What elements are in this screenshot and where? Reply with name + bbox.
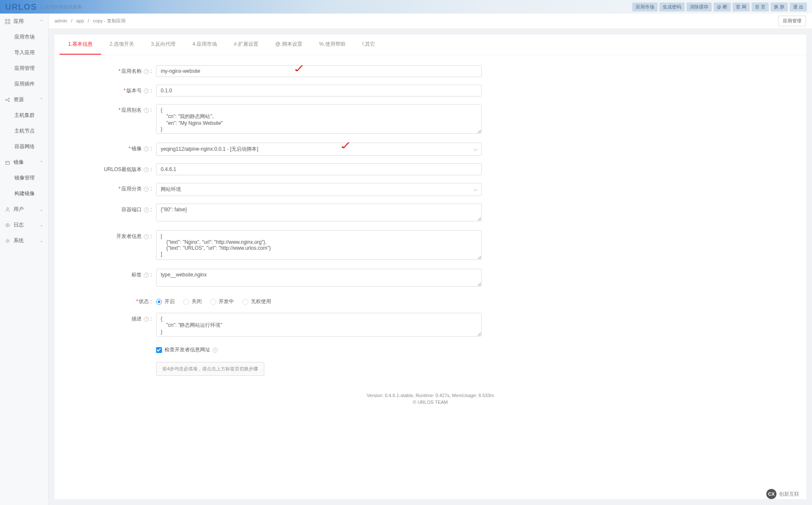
sidebar-label: 系统: [14, 237, 24, 244]
watermark-logo-icon: CX: [766, 489, 776, 499]
sidebar-label: 用户: [14, 206, 24, 213]
tab-reverse-proxy[interactable]: 3.反向代理: [143, 35, 184, 55]
svg-rect-1: [8, 19, 10, 21]
input-version[interactable]: [156, 85, 482, 97]
svg-rect-3: [8, 22, 10, 24]
help-icon[interactable]: ?: [144, 167, 149, 172]
help-icon[interactable]: ?: [144, 273, 149, 278]
check-annotation-icon: ✓: [338, 139, 354, 152]
tab-extension[interactable]: #.扩展设置: [225, 35, 267, 55]
check-annotation-icon: ✓: [292, 62, 307, 75]
checkbox-check-developer-url[interactable]: 检查开发者信息网址 ?: [156, 346, 789, 353]
checkbox-icon: [156, 347, 162, 353]
textarea-tags[interactable]: type__website,nginx: [156, 269, 482, 287]
breadcrumb-admin[interactable]: admin: [55, 18, 67, 23]
checkbox-label: 检查开发者信息网址: [165, 346, 210, 353]
textarea-developer[interactable]: [ {"text": "Nginx", "url": "http://www.n…: [156, 230, 482, 260]
sidebar-item-container-net[interactable]: 容器网络: [0, 139, 48, 155]
help-icon[interactable]: ?: [144, 234, 149, 239]
sidebar-item-app-manage[interactable]: 应用管理: [0, 61, 48, 76]
svg-line-7: [7, 99, 8, 99]
breadcrumb-app[interactable]: app: [76, 18, 84, 23]
user-icon: [5, 207, 10, 212]
sidebar-item-import-app[interactable]: 导入应用: [0, 45, 48, 61]
sidebar-group-logs[interactable]: 日志 ⌄: [0, 217, 48, 233]
input-min-version[interactable]: [156, 163, 482, 175]
label-tags: 标签 ? :: [71, 269, 156, 279]
select-category[interactable]: 网站环境: [156, 183, 482, 196]
help-icon[interactable]: ?: [144, 69, 149, 74]
header-btn-skin[interactable]: 换 肤: [771, 3, 788, 11]
label-description: 描述 ? :: [71, 313, 156, 323]
tabs: 1.基本信息 2.选项开关 3.反向代理 4.应用市场 #.扩展设置 @.脚本设…: [55, 35, 806, 55]
breadcrumb: admin / app / copy - 复制应用: [55, 18, 126, 24]
breadcrumb-bar: admin / app / copy - 复制应用 应用管理: [49, 14, 812, 29]
tab-help[interactable]: %.使用帮助: [311, 35, 354, 55]
sidebar-group-images[interactable]: 镜像 ⌃: [0, 155, 48, 170]
sidebar-item-app-market[interactable]: 应用市场: [0, 29, 48, 45]
apps-icon: [5, 19, 10, 24]
radio-status-close[interactable]: 关闭: [183, 298, 202, 305]
header-btn-clearcache[interactable]: 清除缓存: [686, 3, 712, 11]
header: URLOS 让应用持续提供服务 应用市场 生成密码 清除缓存 诊 断 官 网 首…: [0, 0, 812, 14]
chevron-down-icon: ⌄: [40, 238, 43, 243]
app-manage-button[interactable]: 应用管理: [778, 16, 806, 26]
breadcrumb-copy[interactable]: copy: [93, 18, 103, 23]
header-btn-diagnose[interactable]: 诊 断: [713, 3, 731, 11]
eye-icon: [5, 223, 10, 228]
help-icon[interactable]: ?: [144, 88, 149, 94]
help-icon[interactable]: ?: [144, 317, 149, 322]
header-btn-official[interactable]: 官 网: [732, 3, 750, 11]
select-image[interactable]: yeqing112/alpine-nginx:0.0.1 - [无启动脚本]: [156, 143, 482, 156]
sidebar-item-image-manage[interactable]: 镜像管理: [0, 170, 48, 186]
help-icon[interactable]: ?: [213, 348, 218, 353]
tab-script[interactable]: @.脚本设置: [267, 35, 311, 55]
sidebar-item-host-cluster[interactable]: 主机集群: [0, 108, 48, 123]
label-developer: 开发者信息 ? :: [71, 230, 156, 240]
label-aliases: *应用别名 ? :: [71, 104, 156, 114]
header-actions: 应用市场 生成密码 清除缓存 诊 断 官 网 首 页 换 肤 退 出: [632, 3, 807, 11]
footer-copyright: © URLOS TEAM: [55, 400, 806, 405]
textarea-aliases[interactable]: { "cn": "我的静态网站", "en": "My Nginx Websit…: [156, 104, 482, 134]
label-category: *应用分类 ? :: [71, 183, 156, 193]
label-ports: 容器端口 ? :: [71, 204, 156, 213]
textarea-ports[interactable]: {"80": false}: [156, 204, 482, 221]
svg-point-13: [7, 240, 9, 242]
label-version: *版本号 ? :: [71, 85, 156, 94]
chevron-down-icon: ⌄: [40, 207, 43, 212]
sidebar: 应用 ⌃ 应用市场 导入应用 应用管理 应用插件 资源 ⌃ 主机集群: [0, 14, 49, 505]
svg-point-11: [7, 207, 9, 210]
radio-status-noauth[interactable]: 无权使用: [242, 298, 271, 305]
watermark-text: 创新互联: [779, 491, 799, 498]
sidebar-label: 资源: [14, 96, 24, 103]
hint-text: 前4步均含必填项，请点击上方标签页切换步骤: [156, 362, 264, 376]
tab-basic-info[interactable]: 1.基本信息: [60, 35, 101, 55]
radio-status-dev[interactable]: 开发中: [210, 298, 234, 305]
header-btn-logout[interactable]: 退 出: [790, 3, 807, 11]
header-btn-market[interactable]: 应用市场: [632, 3, 658, 11]
tab-other[interactable]: !.其它: [354, 35, 384, 55]
svg-rect-9: [6, 161, 10, 165]
header-btn-genpwd[interactable]: 生成密码: [659, 3, 685, 11]
sidebar-group-resources[interactable]: 资源 ⌃: [0, 92, 48, 108]
sidebar-label: 镜像: [14, 159, 24, 166]
sidebar-group-apps[interactable]: 应用 ⌃: [0, 14, 48, 29]
tab-options[interactable]: 2.选项开关: [101, 35, 143, 55]
sidebar-item-app-plugin[interactable]: 应用插件: [0, 76, 48, 92]
sidebar-label: 日志: [14, 221, 24, 229]
label-min-version: URLOS最低版本 ? :: [71, 163, 156, 173]
sidebar-item-build-image[interactable]: 构建镜像: [0, 186, 48, 201]
textarea-description[interactable]: { "cn": "静态网站运行环境" }: [156, 313, 482, 337]
help-icon[interactable]: ?: [144, 207, 149, 212]
help-icon[interactable]: ?: [144, 146, 149, 152]
header-btn-home[interactable]: 首 页: [752, 3, 769, 11]
breadcrumb-current: 复制应用: [107, 18, 126, 23]
sidebar-group-users[interactable]: 用户 ⌄: [0, 201, 48, 217]
tab-market[interactable]: 4.应用市场: [184, 35, 225, 55]
input-app-name[interactable]: [156, 65, 482, 77]
help-icon[interactable]: ?: [144, 187, 149, 192]
help-icon[interactable]: ?: [144, 108, 149, 113]
radio-status-open[interactable]: 开启: [156, 298, 175, 305]
sidebar-group-system[interactable]: 系统 ⌄: [0, 233, 48, 248]
sidebar-item-host-node[interactable]: 主机节点: [0, 123, 48, 139]
